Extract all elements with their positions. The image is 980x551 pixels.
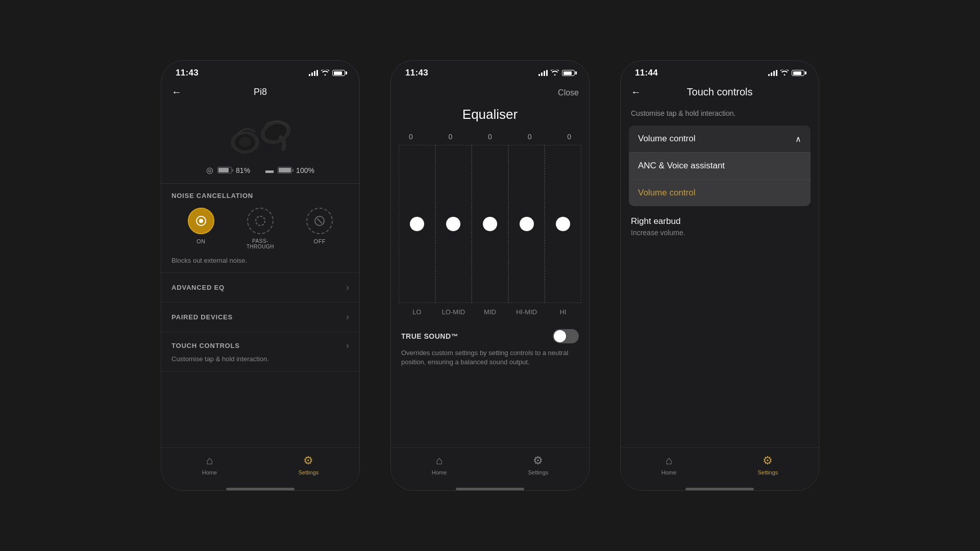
nc-off-icon xyxy=(306,208,333,234)
phone2-content: Close Equaliser 0 0 0 0 0 xyxy=(391,82,589,490)
eq-val-mid: 0 xyxy=(477,133,503,141)
eq-col-hi xyxy=(545,145,581,303)
eq-handle-himid[interactable] xyxy=(520,217,534,231)
eq-col-lo xyxy=(399,145,435,303)
eq-label-lo: LO xyxy=(404,308,430,316)
time-1: 11:43 xyxy=(176,68,199,78)
eq-col-himid xyxy=(508,145,545,303)
settings-icon-3: ⚙ xyxy=(763,454,773,467)
battery-status: ◎ 81% ▬ 100% xyxy=(161,165,359,183)
right-earbud-desc: Increase volume. xyxy=(631,229,808,237)
eq-grid xyxy=(399,145,581,303)
case-battery-pct: 100% xyxy=(296,166,314,174)
phone-3: 11:44 ← xyxy=(620,60,819,491)
touch-controls-row[interactable]: TOUCH CONTROLS › Customise tap & hold in… xyxy=(161,332,359,371)
page-title-1: Pi8 xyxy=(254,87,267,97)
earbud-battery: ◎ 81% xyxy=(206,165,250,175)
true-sound-section: TRUE SOUND™ Overrides custom settings by… xyxy=(391,321,589,375)
noise-cancellation-section: NOISE CANCELLATION ON xyxy=(161,184,359,273)
nc-options: ON PASS-THROUGH xyxy=(172,208,349,249)
touch-controls-chevron: › xyxy=(346,340,349,351)
settings-label-1: Settings xyxy=(299,469,319,475)
paired-devices-row[interactable]: PAIRED DEVICES › xyxy=(161,303,359,332)
true-sound-toggle[interactable] xyxy=(553,329,579,343)
settings-label-2: Settings xyxy=(528,469,549,475)
home-icon-2: ⌂ xyxy=(436,454,443,467)
battery-icon-2 xyxy=(562,70,575,76)
eq-handle-mid[interactable] xyxy=(483,217,497,231)
earbuds-image xyxy=(161,104,359,165)
status-bar-1: 11:43 xyxy=(161,61,359,82)
home-icon-1: ⌂ xyxy=(206,454,213,467)
eq-handle-hi[interactable] xyxy=(556,217,570,231)
right-earbud-title: Right earbud xyxy=(631,216,808,227)
phone1-content: ← Pi8 xyxy=(161,82,359,490)
dropdown-option-anc[interactable]: ANC & Voice assistant xyxy=(629,153,811,180)
eq-val-himid: 0 xyxy=(517,133,543,141)
status-icons-3 xyxy=(768,69,804,77)
wifi-icon-3 xyxy=(780,69,789,77)
back-button-1[interactable]: ← xyxy=(172,86,182,98)
svg-line-9 xyxy=(317,218,322,223)
right-earbud-section: Right earbud Increase volume. xyxy=(621,206,819,241)
nav-settings-1[interactable]: ⚙ Settings xyxy=(299,454,319,475)
home-indicator-2 xyxy=(456,488,524,490)
dropdown-selected[interactable]: Volume control ∧ xyxy=(629,126,811,152)
time-3: 11:44 xyxy=(635,68,658,78)
nav-settings-3[interactable]: ⚙ Settings xyxy=(758,454,778,475)
nav-settings-2[interactable]: ⚙ Settings xyxy=(528,454,549,475)
nc-off-label: OFF xyxy=(314,238,326,244)
eq-label-lomid: LO-MID xyxy=(440,308,466,316)
true-sound-desc: Overrides custom settings by setting con… xyxy=(401,348,579,367)
phone1-header: ← Pi8 xyxy=(161,82,359,104)
eq-handle-lo[interactable] xyxy=(410,217,424,231)
nc-option-passthrough[interactable]: PASS-THROUGH xyxy=(247,208,274,249)
tc-subtitle: Customise tap & hold interaction. xyxy=(621,105,819,126)
nav-home-3[interactable]: ⌂ Home xyxy=(662,454,676,475)
eq-chart-area: LO LO-MID MID HI-MID HI xyxy=(391,145,589,316)
signal-icon-3 xyxy=(768,70,777,76)
eq-label-himid: HI-MID xyxy=(514,308,540,316)
eq-val-lomid: 0 xyxy=(437,133,463,141)
bottom-nav-2: ⌂ Home ⚙ Settings xyxy=(391,447,589,486)
case-battery: ▬ 100% xyxy=(265,165,314,175)
case-icon: ▬ xyxy=(265,166,274,175)
home-label-2: Home xyxy=(432,469,447,475)
svg-point-2 xyxy=(239,137,251,147)
nc-pass-label: PASS-THROUGH xyxy=(247,238,274,249)
tc-page-title: Touch controls xyxy=(649,86,790,98)
signal-icon-1 xyxy=(309,70,318,76)
case-battery-bar xyxy=(278,167,292,173)
earbud-battery-pct: 81% xyxy=(236,166,250,174)
dropdown-option-volume[interactable]: Volume control xyxy=(629,180,811,206)
bottom-nav-1: ⌂ Home ⚙ Settings xyxy=(161,447,359,486)
eq-close-row: Close xyxy=(391,82,589,102)
nc-option-on[interactable]: ON xyxy=(188,208,214,249)
touch-controls-desc: Customise tap & hold interaction. xyxy=(172,355,349,363)
touch-controls-label: TOUCH CONTROLS xyxy=(172,342,240,349)
close-button[interactable]: Close xyxy=(558,88,579,97)
nc-label: NOISE CANCELLATION xyxy=(172,192,349,199)
home-indicator-3 xyxy=(685,488,754,490)
status-bar-2: 11:43 xyxy=(391,61,589,82)
earbud-icon: ◎ xyxy=(206,165,213,175)
nav-home-1[interactable]: ⌂ Home xyxy=(202,454,217,475)
dropdown-container: Volume control ∧ ANC & Voice assistant V… xyxy=(629,126,811,206)
nc-on-icon xyxy=(188,208,214,234)
eq-val-hi: 0 xyxy=(556,133,582,141)
eq-handle-lomid[interactable] xyxy=(446,217,460,231)
phone-1: 11:43 ← xyxy=(161,60,360,491)
bottom-nav-3: ⌂ Home ⚙ Settings xyxy=(621,447,819,486)
advanced-eq-row[interactable]: ADVANCED EQ › xyxy=(161,273,359,303)
settings-icon-2: ⚙ xyxy=(533,454,543,467)
back-button-3[interactable]: ← xyxy=(631,86,641,98)
nav-home-2[interactable]: ⌂ Home xyxy=(432,454,447,475)
paired-devices-label: PAIRED DEVICES xyxy=(172,313,233,321)
status-bar-3: 11:44 xyxy=(621,61,819,82)
svg-point-6 xyxy=(199,219,203,223)
nc-pass-icon xyxy=(247,208,274,234)
nc-option-off[interactable]: OFF xyxy=(306,208,333,249)
nc-on-label: ON xyxy=(197,238,206,244)
home-label-3: Home xyxy=(662,469,676,475)
phones-container: 11:43 ← xyxy=(0,0,980,551)
